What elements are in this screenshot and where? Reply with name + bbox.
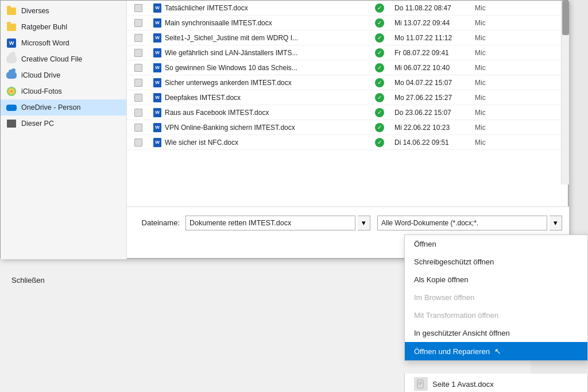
file-name: Deepfakes IMTEST.docx	[165, 94, 241, 102]
checkmark-icon: ✓	[375, 48, 384, 57]
close-button[interactable]: Schließen	[11, 276, 45, 285]
filename-dropdown-arrow[interactable]: ▾	[358, 216, 370, 230]
file-app-col: Mic	[471, 34, 517, 42]
dropdown-menu-item-oeffnen[interactable]: Öffnen	[405, 235, 587, 253]
word-file-icon	[153, 78, 161, 87]
file-check-col	[127, 109, 150, 117]
file-app-col: Mic	[471, 94, 517, 102]
file-name: Wie gefährlich sind LAN-Jänstallers IMTS…	[165, 49, 297, 57]
word-file-icon	[153, 3, 161, 13]
file-name: VPN Online-Banking sichern IMTEST.docx	[165, 124, 295, 132]
checkmark-icon: ✓	[375, 108, 384, 117]
file-date-col: Mi 13.07.22 09:44	[391, 19, 471, 27]
file-name-col: Main synchronisaalle IMTEST.docx	[150, 18, 368, 28]
file-name-col: Raus aus Facebook IMTEST.docx	[150, 108, 368, 117]
file-app-col: Mic	[471, 124, 517, 132]
file-name-col: Deepfakes IMTEST.docx	[150, 93, 368, 102]
file-status-col: ✓	[368, 138, 391, 147]
dropdown-menu-item-geschuetzt[interactable]: In geschützter Ansicht öffnen	[405, 324, 587, 342]
file-app-col: Mic	[471, 139, 517, 147]
file-list[interactable]: Tatsächlicher IMTEST.docx ✓ Do 11.08.22 …	[127, 1, 569, 171]
dropdown-menu-item-reparieren[interactable]: Öffnen und Reparieren↖	[405, 342, 587, 360]
dropdown-menu-item-als-kopie[interactable]: Als Kopie öffnen	[405, 271, 587, 289]
table-row[interactable]: VPN Online-Banking sichern IMTEST.docx ✓…	[127, 120, 569, 135]
table-row[interactable]: Wie sicher ist NFC.docx ✓ Di 14.06.22 09…	[127, 135, 569, 150]
file-checkbox[interactable]	[134, 4, 142, 12]
file-check-col	[127, 4, 150, 12]
sidebar-item-creative-cloud[interactable]: Creative Cloud File	[1, 51, 126, 67]
table-row[interactable]: Sicher unterwegs ankerden IMTEST.docx ✓ …	[127, 75, 569, 90]
file-app-col: Mic	[471, 109, 517, 117]
word-file-icon	[153, 108, 161, 117]
scrollbar-thumb[interactable]	[562, 1, 569, 35]
file-name: Raus aus Facebook IMTEST.docx	[165, 109, 269, 117]
sidebar-item-onedrive[interactable]: OneDrive - Person	[1, 99, 126, 116]
table-row[interactable]: Deepfakes IMTEST.docx ✓ Mo 27.06.22 15:2…	[127, 90, 569, 105]
filename-input[interactable]	[185, 216, 355, 230]
table-row[interactable]: Tatsächlicher IMTEST.docx ✓ Do 11.08.22 …	[127, 1, 569, 16]
file-checkbox[interactable]	[134, 34, 142, 42]
table-row[interactable]: Wie gefährlich sind LAN-Jänstallers IMTS…	[127, 45, 569, 60]
cursor-icon: ↖	[494, 347, 501, 356]
sidebar-label-icloud-drive: iCloud Drive	[21, 71, 60, 79]
page-icon	[414, 377, 428, 391]
file-app-col: Mic	[471, 4, 517, 12]
file-status-col: ✓	[368, 18, 391, 28]
filetype-input[interactable]	[377, 216, 547, 230]
sidebar-item-dieser-pc[interactable]: Dieser PC	[1, 116, 126, 132]
file-checkbox[interactable]	[134, 79, 142, 87]
checkmark-icon: ✓	[375, 18, 384, 28]
onedrive-icon	[6, 102, 17, 113]
file-name-col: So gewinnen Sie Windows 10 das Scheis...	[150, 63, 368, 72]
footer-text: Seite 1 Avast.docx	[432, 380, 494, 389]
file-date-col: Fr 08.07.22 09:41	[391, 49, 471, 57]
filename-label: Dateiname:	[134, 218, 180, 227]
sidebar-item-icloud-fotos[interactable]: iCloud-Fotos	[1, 83, 126, 99]
file-app-col: Mic	[471, 64, 517, 72]
checkmark-icon: ✓	[375, 3, 384, 13]
file-check-col	[127, 94, 150, 102]
file-list-area: Tatsächlicher IMTEST.docx ✓ Do 11.08.22 …	[127, 1, 569, 185]
word-file-icon	[153, 18, 161, 28]
file-name-col: Sicher unterwegs ankerden IMTEST.docx	[150, 78, 368, 87]
file-app-col: Mic	[471, 79, 517, 87]
file-name-col: Seite1-J_Sichel_Justine mit dem WDRQ I..…	[150, 33, 368, 43]
word-file-icon	[153, 123, 161, 132]
file-checkbox[interactable]	[134, 64, 142, 72]
file-status-col: ✓	[368, 93, 391, 102]
file-checkbox[interactable]	[134, 19, 142, 27]
table-row[interactable]: So gewinnen Sie Windows 10 das Scheis...…	[127, 60, 569, 75]
sidebar-item-microsoft-word[interactable]: W Microsoft Word	[1, 35, 126, 51]
filename-row: Dateiname: ▾ ▾	[134, 216, 562, 230]
word-file-icon	[153, 48, 161, 57]
dropdown-menu-item-schreibgeschuetzt[interactable]: Schreibgeschützt öffnen	[405, 253, 587, 271]
dropdown-footer: Seite 1 Avast.docx	[404, 374, 588, 392]
sidebar-label-icloud-fotos: iCloud-Fotos	[21, 87, 62, 95]
pc-icon	[6, 118, 17, 129]
table-row[interactable]: Raus aus Facebook IMTEST.docx ✓ Do 23.06…	[127, 105, 569, 120]
filetype-dropdown-arrow[interactable]: ▾	[550, 216, 562, 230]
table-row[interactable]: Seite1-J_Sichel_Justine mit dem WDRQ I..…	[127, 30, 569, 45]
file-name-col: Wie gefährlich sind LAN-Jänstallers IMTS…	[150, 48, 368, 57]
sidebar-label-ratgeber: Ratgeber Buhl	[21, 23, 67, 31]
scrollbar-track[interactable]	[561, 1, 569, 185]
sidebar-item-diverses[interactable]: Diverses	[1, 3, 126, 19]
file-check-col	[127, 124, 150, 132]
svg-rect-0	[417, 380, 423, 388]
sidebar-item-ratgeber-buhl[interactable]: Ratgeber Buhl	[1, 19, 126, 35]
sidebar-label-onedrive: OneDrive - Person	[21, 103, 81, 112]
sidebar-item-icloud-drive[interactable]: iCloud Drive	[1, 67, 126, 83]
file-checkbox[interactable]	[134, 49, 142, 57]
file-checkbox[interactable]	[134, 94, 142, 102]
dropdown-menu-item-mit-transformation: Mit Transformation öffnen	[405, 306, 587, 324]
file-checkbox[interactable]	[134, 139, 142, 147]
checkmark-icon: ✓	[375, 33, 384, 43]
file-checkbox[interactable]	[134, 124, 142, 132]
file-checkbox[interactable]	[134, 109, 142, 117]
table-row[interactable]: Main synchronisaalle IMTEST.docx ✓ Mi 13…	[127, 16, 569, 30]
file-date-col: Do 23.06.22 15:07	[391, 109, 471, 117]
file-app-col: Mic	[471, 49, 517, 57]
file-status-col: ✓	[368, 63, 391, 72]
file-status-col: ✓	[368, 3, 391, 13]
file-app-col: Mic	[471, 19, 517, 27]
